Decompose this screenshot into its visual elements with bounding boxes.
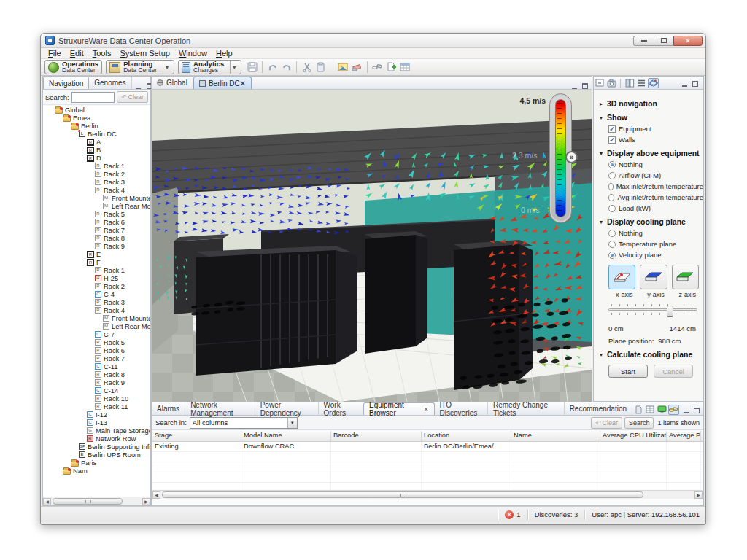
radio-option-nothing[interactable]: Nothing — [608, 229, 703, 237]
radio-icon[interactable] — [608, 194, 614, 201]
export-image-icon[interactable] — [337, 61, 349, 74]
frame-icon[interactable] — [595, 78, 605, 88]
tree-item[interactable]: GMain Tape Storage — [43, 427, 150, 435]
tree-item[interactable]: Global — [43, 106, 150, 114]
twistie-expanded-icon[interactable]: ▾ — [600, 150, 607, 157]
tree-item[interactable]: RRack 2 — [43, 170, 150, 178]
bottom-tab-alarms[interactable]: Alarms — [152, 402, 185, 415]
table-icon[interactable] — [399, 61, 411, 74]
twistie-collapsed-icon[interactable]: ▸ — [600, 101, 607, 107]
tree-item[interactable]: RNetwork Row — [43, 435, 150, 443]
table-clear-button[interactable]: ↶ Clear — [591, 417, 622, 429]
tree-horizontal-scrollbar[interactable]: ◀ ▶ — [43, 497, 150, 505]
radio-icon[interactable] — [608, 205, 616, 212]
search-in-combobox[interactable]: All columns ▼ — [190, 417, 298, 429]
orbit-3d-icon[interactable] — [648, 78, 659, 88]
bottom-tab-remedy-change-tickets[interactable]: Remedy Change Tickets — [488, 402, 565, 415]
slider-thumb[interactable] — [667, 306, 673, 317]
axis-button-y-axis[interactable] — [640, 265, 667, 289]
radio-icon[interactable] — [608, 172, 616, 179]
dropdown-arrow-icon[interactable]: ▾ — [163, 61, 171, 74]
tree-item[interactable]: RRack 5 — [43, 210, 150, 218]
radio-icon[interactable] — [608, 241, 616, 248]
link-icon[interactable] — [371, 61, 384, 74]
scrollbar-thumb[interactable] — [162, 491, 643, 498]
tree-search-input[interactable] — [71, 92, 115, 103]
menu-item-help[interactable]: Help — [212, 49, 237, 58]
tree-item[interactable]: Emea — [43, 114, 150, 122]
tree-item[interactable]: MLeft Rear Moun — [43, 322, 150, 330]
column-header-average-cpu-utilization-[interactable]: Average CPU Utilization ... — [600, 431, 667, 441]
axis-button-z-axis[interactable] — [672, 265, 699, 289]
radio-icon[interactable] — [608, 183, 614, 190]
tree-item[interactable]: CI-13 — [43, 419, 150, 427]
column-header-location[interactable]: Location — [422, 431, 511, 441]
menu-item-file[interactable]: File — [44, 49, 66, 58]
tree-item[interactable]: Nam — [43, 467, 150, 475]
panel-maximize-icon[interactable] — [692, 406, 701, 413]
section-header-show[interactable]: ▾Show — [600, 113, 703, 122]
tree-item[interactable]: RD — [43, 154, 150, 162]
checkbox-icon[interactable]: ✓ — [608, 125, 616, 133]
panel-tab-navigation[interactable]: Navigation — [43, 77, 89, 89]
menu-item-system-setup[interactable]: System Setup — [115, 49, 174, 58]
panel-minimize-icon[interactable] — [134, 82, 143, 89]
tree-clear-button[interactable]: ↶ Clear — [117, 91, 148, 103]
minimize-button[interactable] — [633, 36, 654, 46]
tree-item[interactable]: MLeft Rear Moun — [43, 202, 150, 210]
tree-item[interactable]: SPBerlin Supporting Infrastru — [43, 443, 150, 451]
editor-tab-berlin-dc[interactable]: Berlin DC✕ — [193, 77, 252, 89]
camera-icon[interactable] — [606, 78, 617, 88]
section-header-display-cooling-plane[interactable]: ▾Display cooling plane — [600, 217, 703, 226]
radio-option-temperature-plane[interactable]: Temperature plane — [608, 240, 703, 248]
twistie-expanded-icon[interactable]: ▾ — [600, 219, 607, 225]
column-header-name[interactable]: Name — [511, 431, 600, 441]
table-horizontal-scrollbar[interactable]: ◀ ▶ — [152, 490, 703, 499]
tree-item[interactable]: RRack 3 — [43, 298, 150, 306]
section-header-calculate-cooling-plane[interactable]: ▾Calculate cooling plane — [600, 350, 703, 359]
panel-minimize-icon[interactable] — [681, 406, 690, 413]
bottom-tab-work-orders[interactable]: Work Orders — [319, 402, 364, 415]
panel-maximize-icon[interactable] — [691, 79, 700, 87]
tree-item[interactable]: CC-7 — [43, 330, 150, 338]
tree-item[interactable]: RRack 11 — [43, 402, 150, 411]
twistie-expanded-icon[interactable]: ▾ — [600, 114, 607, 121]
tree-item[interactable]: EBerlin UPS Room — [43, 451, 150, 459]
radio-option-max-inlet-return-temperature[interactable]: Max inlet/return temperature — [608, 182, 703, 190]
radio-option-nothing[interactable]: Nothing — [608, 160, 703, 168]
close-tab-icon[interactable]: ✕ — [240, 79, 246, 88]
tree-item[interactable]: Berlin — [43, 122, 150, 130]
tree-item[interactable]: RRack 1 — [43, 266, 150, 274]
tree-item[interactable]: RRack 4 — [43, 306, 150, 314]
grid-icon[interactable] — [645, 405, 656, 415]
menu-item-edit[interactable]: Edit — [66, 49, 88, 58]
tree-item[interactable]: RRack 7 — [43, 226, 150, 234]
split-icon[interactable] — [624, 78, 635, 88]
tree-item[interactable]: RB — [43, 146, 150, 154]
tree-item[interactable]: CC-11 — [43, 362, 150, 370]
section-header-3d-navigation[interactable]: ▸3D navigation — [600, 99, 703, 108]
checkbox-option-walls[interactable]: ✓Walls — [608, 136, 703, 144]
panel-maximize-icon[interactable] — [581, 82, 589, 89]
radio-option-load-kw-[interactable]: Load (kW) — [608, 204, 703, 212]
bottom-tab-recommendation[interactable]: Recommendation — [565, 402, 632, 415]
column-header-barcode[interactable]: Barcode — [331, 431, 422, 441]
checkbox-icon[interactable]: ✓ — [608, 136, 616, 144]
tree-item[interactable]: MFront Mounted — [43, 194, 150, 202]
scrollbar-thumb[interactable] — [53, 498, 123, 505]
tree-item[interactable]: HH-25 — [43, 274, 150, 282]
undo-icon[interactable] — [266, 61, 279, 74]
bottom-tab-equipment-browser[interactable]: Equipment Browser✕ — [363, 402, 434, 415]
eraser-icon[interactable] — [351, 61, 363, 74]
tree-item[interactable]: RRack 9 — [43, 242, 150, 250]
3d-scene[interactable]: 4,5 m/s 2,3 m/s 0 m/s » — [152, 90, 592, 402]
monitor-icon[interactable] — [657, 405, 667, 415]
tree-item[interactable]: RRack 10 — [43, 394, 150, 402]
cancel-button[interactable]: Cancel — [654, 365, 693, 378]
mode-button-analytics[interactable]: AnalyticsChanges▾ — [178, 60, 241, 74]
menu-item-tools[interactable]: Tools — [88, 49, 116, 58]
bottom-tab-power-dependency[interactable]: Power Dependency — [255, 402, 319, 415]
tree-item[interactable]: RA — [43, 138, 150, 146]
tree-item[interactable]: RRack 8 — [43, 234, 150, 242]
column-header-stage[interactable]: Stage — [152, 431, 241, 441]
